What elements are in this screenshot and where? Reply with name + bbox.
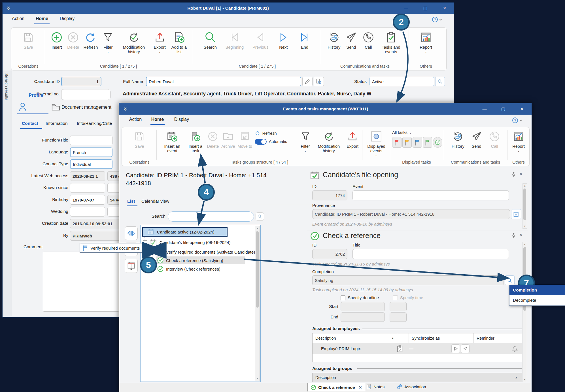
pin-icon[interactable]	[511, 172, 516, 178]
specify-deadline-checkbox[interactable]	[341, 295, 345, 300]
calendar-export-button[interactable]	[125, 259, 138, 273]
export-button[interactable]: Export⌄	[154, 31, 166, 53]
history-button[interactable]: History	[452, 130, 464, 149]
status-field[interactable]: Active	[369, 77, 434, 86]
full-name-field[interactable]: Robert Duval	[146, 77, 301, 86]
modification-history-button[interactable]: Modification history	[313, 130, 344, 153]
tree-scrollbar[interactable]: ▲ ▼	[255, 226, 260, 381]
report-button[interactable]: Report⌄	[420, 31, 432, 53]
menu-item-completion[interactable]: Completion	[509, 285, 565, 295]
refresh-row[interactable]: Refresh	[255, 130, 277, 137]
search-go-button[interactable]	[256, 212, 264, 221]
minimize-button[interactable]: —	[478, 103, 491, 115]
call-button[interactable]: Call	[488, 130, 500, 149]
bottom-tab-notes[interactable]: Notes	[366, 384, 385, 389]
displayed-events-button[interactable]: Displayed events⌄	[364, 130, 389, 157]
sync-clipboard-icon[interactable]	[394, 345, 405, 352]
save-button[interactable]: Save	[22, 31, 34, 50]
send-task-button[interactable]	[461, 344, 470, 353]
delete-button[interactable]: Delete	[67, 31, 79, 50]
tree-item-file-opening[interactable]: − Candidate's file opening (08-16-2024)	[142, 238, 244, 247]
language-field[interactable]: French	[70, 147, 112, 157]
all-tasks-dropdown[interactable]: All tasks⌄	[392, 130, 443, 135]
reminder-bell-icon[interactable]	[483, 345, 522, 352]
provenance-open-button[interactable]	[511, 209, 521, 219]
search-input[interactable]	[168, 211, 254, 222]
panel1-event-input[interactable]	[352, 190, 509, 200]
beginning-button[interactable]: Beginning	[226, 31, 244, 50]
tab-display[interactable]: Display	[171, 117, 192, 122]
comment-textarea[interactable]	[43, 252, 119, 312]
panel1-scrollbar-thumb[interactable]	[523, 188, 526, 220]
sort-asc-icon[interactable]: ▲	[515, 376, 522, 379]
search-results-sidebar[interactable]: Search results	[3, 70, 12, 316]
tree-scrollbar-thumb[interactable]	[256, 231, 259, 308]
tab-action[interactable]: Action	[126, 117, 145, 122]
tab-profile[interactable]: Profile	[29, 93, 43, 98]
help-icon[interactable]: ?	[432, 16, 443, 24]
insert-button[interactable]: Insert	[50, 31, 63, 50]
save-button[interactable]: Save	[134, 130, 145, 149]
pin-icon[interactable]	[511, 233, 516, 239]
filter-button[interactable]: Filter⌄	[102, 31, 114, 53]
search-button[interactable]: Search	[204, 31, 217, 50]
tree-item-verify-documents[interactable]: Verify required documents (Activate Cand…	[157, 248, 259, 256]
tab-close-icon[interactable]: ✕	[358, 385, 362, 390]
tab-action[interactable]: Action	[8, 16, 28, 21]
blue-flag-filter-button[interactable]	[413, 137, 422, 148]
col-description[interactable]: Description	[313, 336, 391, 340]
filter-button[interactable]: Filter⌄	[300, 130, 311, 152]
menu-item-decomplete[interactable]: Decomplete	[509, 295, 565, 305]
maximize-button[interactable]: ▢	[419, 3, 432, 14]
tab-calendar-view[interactable]: Calendar view	[141, 199, 169, 204]
send-button[interactable]: Send	[471, 130, 483, 149]
end-time-field[interactable]	[390, 312, 407, 322]
history-button[interactable]: History	[328, 31, 340, 50]
close-button[interactable]: ✕	[438, 3, 451, 14]
tree-item-interview[interactable]: Interview (Check references)	[157, 265, 259, 273]
tree-item-check-reference[interactable]: Check a reference (Satisfying)	[156, 256, 245, 264]
window2-titlebar[interactable]: Events and tasks management (WKF011) — ▢…	[119, 103, 532, 115]
panel1-close-icon[interactable]: ✕	[519, 172, 523, 177]
completed-filter-button[interactable]	[433, 137, 442, 148]
maximize-button[interactable]: ▢	[496, 103, 510, 115]
next-button[interactable]: Next	[277, 31, 290, 50]
start-time-field[interactable]	[390, 302, 407, 311]
window1-titlebar[interactable]: Robert Duval [1] - Candidate (PRIM001) —…	[3, 3, 454, 14]
tab-info-ranking[interactable]: Info/Ranking/Crite	[77, 121, 112, 126]
tasks-and-events-button[interactable]: Tasks and events	[379, 31, 403, 54]
panel2-title-input[interactable]	[352, 249, 509, 259]
panel1-scrollbar[interactable]: ▲ ▼	[522, 183, 527, 229]
known-since-field[interactable]	[70, 183, 105, 193]
external-no-field[interactable]	[61, 89, 111, 100]
sort-asc-icon[interactable]: ▲	[391, 337, 397, 340]
edit-name-button[interactable]	[302, 77, 313, 86]
help-icon[interactable]: ?	[512, 117, 523, 125]
call-button[interactable]: Call	[362, 31, 375, 50]
wedding-field[interactable]	[70, 207, 105, 217]
panel2-close-icon[interactable]: ✕	[519, 232, 523, 237]
tree-item-candidate-active[interactable]: Candidate active (12-02-2024)	[142, 227, 228, 237]
refresh-button[interactable]: Refresh	[83, 31, 98, 50]
employee-empty-row[interactable]	[313, 354, 522, 362]
specify-time-checkbox[interactable]	[393, 295, 398, 300]
send-button[interactable]: Send	[345, 31, 357, 50]
bottom-tab-association[interactable]: Association	[397, 384, 426, 389]
tab-contact[interactable]: Contact	[22, 121, 38, 126]
minimize-button[interactable]: —	[399, 3, 413, 14]
end-button[interactable]: End	[298, 31, 311, 50]
add-to-list-button[interactable]: Add to a list	[170, 31, 188, 54]
col-reminder[interactable]: Reminder	[473, 333, 522, 343]
automatic-toggle[interactable]	[255, 139, 267, 145]
col-synchronize[interactable]: Synchronize as	[409, 333, 473, 343]
tab-display[interactable]: Display	[56, 16, 78, 21]
end-date-field[interactable]	[341, 312, 385, 322]
completion-lookup-button[interactable]	[505, 275, 515, 285]
previous-button[interactable]: Previous	[252, 31, 268, 50]
employee-row[interactable]: Employé PRIM Logix —	[313, 343, 522, 354]
modification-history-button[interactable]: Modification history	[118, 31, 149, 54]
move-to-button[interactable]: Move to	[237, 130, 252, 149]
split-view-button[interactable]	[125, 226, 138, 240]
close-button[interactable]: ✕	[515, 103, 529, 115]
candidate-id-field[interactable]: 1	[61, 77, 101, 86]
